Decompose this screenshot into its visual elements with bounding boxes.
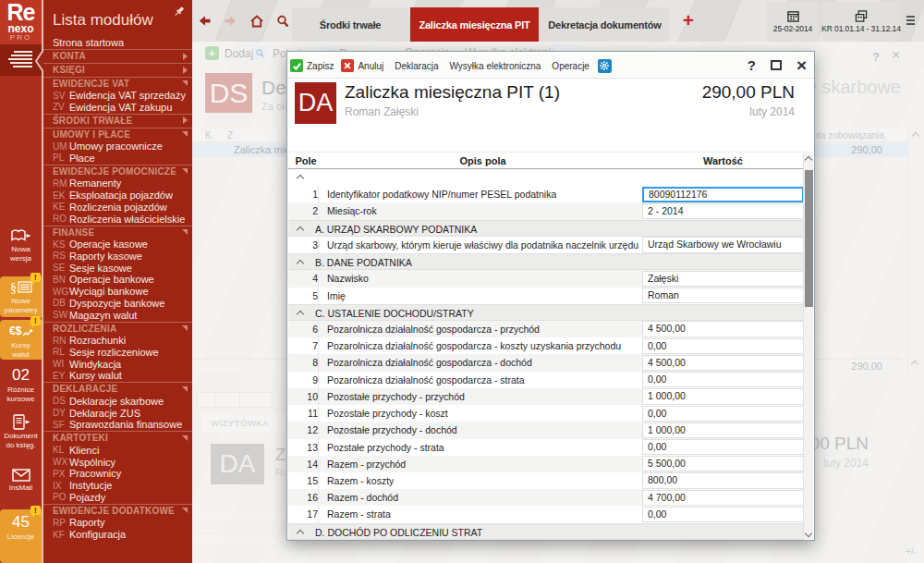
sidebar-item-operacje-bankowe[interactable]: BNOperacje bankowe <box>42 274 192 286</box>
field-value-input[interactable]: 0,00 <box>642 338 803 354</box>
table-field-row-3[interactable]: 3Urząd skarbowy, którym kieruje właściwy… <box>288 237 803 253</box>
tab-rodki-trwa-e[interactable]: Środki trwałe <box>292 7 408 42</box>
sidebar-section-rozliczenia[interactable]: ROZLICZENIA <box>42 322 192 335</box>
dialog-close-button[interactable]: × <box>796 59 807 72</box>
scrollbar-thumb[interactable] <box>805 170 813 307</box>
table-collapse-row[interactable] <box>288 169 803 186</box>
table-field-row-2[interactable]: 2Miesiąc-rok2 - 2014 <box>288 202 803 219</box>
sidebar-item-raporty-kasowe[interactable]: RSRaporty kasowe <box>42 250 192 262</box>
iconbar-item-licencje[interactable]: 45Licencje! <box>0 509 42 563</box>
sidebar-item-pojazdy[interactable]: POPojazdy <box>42 492 192 504</box>
save-button[interactable]: Zapisz <box>290 59 334 72</box>
menu-wysylka-elektroniczna[interactable]: Wysyłka elektroniczna <box>450 61 541 71</box>
iconbar-item-kursy-walut[interactable]: €$Kursywalut! <box>0 320 42 360</box>
iconbar-item-roznice-kursowe[interactable]: 02Różnicekursowe <box>0 362 42 407</box>
sidebar-item-ewidencja-vat-sprzeda-y[interactable]: SVEwidencja VAT sprzedaży <box>42 90 192 102</box>
sidebar-item-sprawozdania-finansowe[interactable]: SFSprawozdania finansowe <box>42 419 192 431</box>
sidebar-item-instytucje[interactable]: IXInstytucje <box>42 480 192 492</box>
table-field-row-1[interactable]: 1Identyfikator podatkowy NIP/numer PESEL… <box>288 186 803 202</box>
sidebar-item-remanenty[interactable]: RMRemanenty <box>42 177 192 190</box>
sidebar-item-windykacja[interactable]: WIWindykacja <box>42 358 192 370</box>
sidebar-item-ewidencja-vat-zakupu[interactable]: ZVEwidencja VAT zakupu <box>42 102 192 114</box>
field-value-input[interactable]: 800,00 <box>642 472 803 488</box>
table-section-row[interactable]: D. DOCHÓD PO ODLICZENIU STRAT <box>288 523 803 540</box>
table-field-row-11[interactable]: 11Pozostałe przychody - koszt0,00 <box>288 405 803 422</box>
sidebar-section-umowy-i-p-ace[interactable]: UMOWY I PŁACE <box>42 128 192 141</box>
table-section-row[interactable]: B. DANE PODATNIKA <box>288 253 803 270</box>
sidebar-section-finanse[interactable]: FINANSE <box>42 226 192 239</box>
forward-button[interactable] <box>222 12 239 30</box>
menu-operacje[interactable]: Operacje <box>552 61 590 71</box>
settings-gear-button[interactable] <box>598 59 612 73</box>
iconbar-item-insmail[interactable]: InsMail <box>0 465 42 504</box>
sidebar-item-dyspozycje-bankowe[interactable]: DBDyspozycje bankowe <box>42 298 192 310</box>
sidebar-item-sesje-rozliczeniowe[interactable]: RLSesje rozliczeniowe <box>42 347 192 359</box>
sidebar-item-wyci-gi-bankowe[interactable]: WGWyciągi bankowe <box>42 286 192 298</box>
sidebar-section-rodki-trwa-e[interactable]: ŚRODKI TRWAŁE <box>42 114 192 127</box>
sidebar-item-umowy-pracownicze[interactable]: UMUmowy pracownicze <box>42 141 192 153</box>
table-section-row[interactable]: C. USTALENIE DOCHODU/STRATY <box>288 304 803 321</box>
sidebar-section-konta[interactable]: KONTA <box>42 49 192 62</box>
sidebar-item-sesje-kasowe[interactable]: SESesje kasowe <box>42 262 192 274</box>
pin-icon[interactable] <box>173 5 185 17</box>
field-value-input[interactable]: 0,00 <box>642 372 803 387</box>
table-field-row-5[interactable]: 5ImięRoman <box>288 288 803 304</box>
table-field-row-15[interactable]: 15Razem - koszty800,00 <box>288 472 803 489</box>
accounting-period-box[interactable]: KR 01.01.14 - 31.12.14 <box>822 2 900 41</box>
table-section-row[interactable]: A. URZĄD SKARBOWY PODATNIKA <box>288 220 803 237</box>
back-button[interactable] <box>196 12 213 30</box>
sidebar-section-ewidencje-pomocnicze[interactable]: EWIDENCJE POMOCNICZE <box>42 165 192 177</box>
field-value-input[interactable]: 1 000,00 <box>642 422 803 438</box>
table-field-row-6[interactable]: 6Pozarolnicza działalność gospodarcza - … <box>288 321 803 337</box>
table-field-row-13[interactable]: 13Pozstałe przychody - strata0,00 <box>288 439 803 456</box>
dialog-help-button[interactable]: ? <box>748 57 756 73</box>
sidebar-item-konfiguracja[interactable]: KFKonfiguracja <box>42 529 192 541</box>
tab-dekretacja-dokument-w[interactable]: Dekretacja dokumentów <box>541 7 669 42</box>
cancel-button[interactable]: Anuluj <box>341 59 383 72</box>
sidebar-item-pracownicy[interactable]: PXPracownicy <box>42 468 192 480</box>
field-value-input[interactable]: 4 700,00 <box>642 490 803 506</box>
sidebar-item-wsp-lnicy[interactable]: WXWspólnicy <box>42 456 192 468</box>
new-tab-button[interactable]: + <box>678 9 699 33</box>
dialog-maximize-button[interactable] <box>771 60 782 70</box>
tab-zaliczka-miesi-czna-pit[interactable]: Zaliczka miesięczna PIT <box>410 7 539 42</box>
sidebar-section-deklaracje[interactable]: DEKLARACJE <box>42 382 192 395</box>
sidebar-item-raporty[interactable]: RPRaporty <box>42 517 192 529</box>
field-value-input[interactable]: Urząd Skarbowy we Wrocławiu <box>642 237 803 252</box>
iconbar-item-nowa-wersja[interactable]: Nowa wersja <box>0 225 42 271</box>
sidebar-item-rozrachunki[interactable]: RNRozrachunki <box>42 335 192 347</box>
table-field-row-14[interactable]: 14Razem - przychód5 500,00 <box>288 456 803 472</box>
table-field-row-12[interactable]: 12Pozostałe przychody - dochód1 000,00 <box>288 422 803 438</box>
sidebar-item-kursy-walut[interactable]: EYKursy walut <box>42 370 192 382</box>
field-value-input[interactable]: 80090112176 <box>642 187 803 202</box>
field-value-input[interactable]: 1 000,00 <box>642 388 803 404</box>
table-field-row-10[interactable]: 10Pozostałe przychody - przychód1 000,00 <box>288 388 803 405</box>
field-value-input[interactable]: 2 - 2014 <box>642 203 803 219</box>
field-value-input[interactable]: 4 500,00 <box>642 321 803 337</box>
iconbar-item-dokument-do-ksieg[interactable]: Dokumentdo księg. <box>0 410 42 459</box>
table-field-row-16[interactable]: 16Razem - dochód4 700,00 <box>288 489 803 506</box>
sidebar-item-deklaracje-skarbowe[interactable]: DSDeklaracje skarbowe <box>42 396 192 408</box>
sidebar-item-klienci[interactable]: KLKlienci <box>42 444 192 456</box>
table-field-row-17[interactable]: 17Razem - strata0,00 <box>288 506 803 522</box>
field-value-input[interactable]: 5 500,00 <box>642 456 803 471</box>
sidebar-item-eksploatacja-pojazd-w[interactable]: EKEksploatacja pojazdów <box>42 190 192 202</box>
field-value-input[interactable]: 0,00 <box>642 406 803 422</box>
menu-deklaracja[interactable]: Deklaracja <box>395 61 438 71</box>
table-field-row-9[interactable]: 9Pozarolnicza działalność gospodarcza - … <box>288 372 803 388</box>
field-value-input[interactable]: 0,00 <box>642 439 803 455</box>
field-value-input[interactable]: Załęski <box>642 271 803 287</box>
sidebar-item-deklaracje-zus[interactable]: DYDeklaracje ZUS <box>42 407 192 419</box>
table-field-row-7[interactable]: 7Pozarolnicza działalność gospodarcza - … <box>288 337 803 354</box>
dialog-scrollbar[interactable] <box>803 153 813 540</box>
sidebar-section-ewidencje-dodatkowe[interactable]: EWIDENCJE DODATKOWE <box>42 504 192 517</box>
sidebar-section-ksi-gi[interactable]: KSIĘGI <box>42 63 192 76</box>
current-date-box[interactable]: 25-02-2014 <box>767 2 819 41</box>
field-value-input[interactable]: 0,00 <box>642 507 803 522</box>
sidebar-item-rozliczenia-w-a-cicielskie[interactable]: RORozliczenia właścicielskie <box>42 213 192 225</box>
search-button[interactable] <box>274 12 291 30</box>
sidebar-item-operacje-kasowe[interactable]: KSOperacje kasowe <box>42 239 192 251</box>
sidebar-item-strona-startowa[interactable]: Strona startowa <box>42 37 192 49</box>
sidebar-section-ewidencje-vat[interactable]: EWIDENCJE VAT <box>42 77 192 90</box>
sidebar-section-kartoteki[interactable]: KARTOTEKI <box>42 431 192 444</box>
